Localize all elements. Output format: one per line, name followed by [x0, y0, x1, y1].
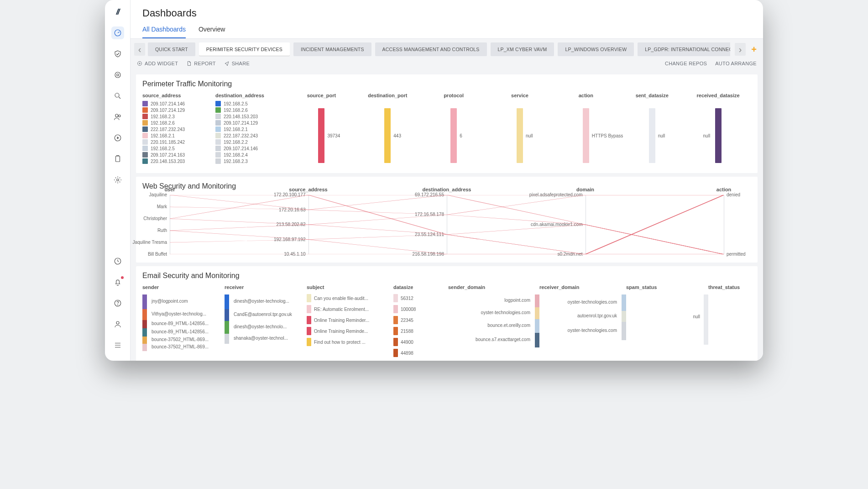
list-item[interactable]: 192.168.2.3 — [215, 158, 258, 164]
list-item[interactable]: 21588 — [393, 326, 448, 336]
list-item[interactable]: Find out how to protect ... — [307, 337, 393, 347]
target-icon[interactable] — [111, 68, 124, 81]
list-item[interactable]: 220.148.153.203 — [142, 158, 185, 164]
users-icon[interactable] — [111, 110, 124, 123]
list-item[interactable]: 209.107.214.163 — [142, 152, 185, 158]
bar-protocol[interactable]: 6 — [450, 108, 457, 163]
list-item[interactable]: 192.168.2.6 — [215, 107, 258, 113]
sender-bar[interactable] — [142, 294, 147, 351]
receiver-bar[interactable] — [225, 294, 229, 344]
bar-source-port[interactable]: 39734 — [318, 108, 324, 163]
list-item[interactable]: 209.107.214.146 — [215, 146, 258, 151]
bar-segment[interactable] — [535, 319, 539, 333]
list-item[interactable]: Can you enable file-audit... — [307, 294, 393, 303]
dash-tab-xmcyber[interactable]: LP_XM CYBER VAVM — [491, 42, 554, 56]
dash-tab-perimeter[interactable]: PERIMITER SECURITY DEVICES — [199, 42, 290, 56]
bar-segment[interactable] — [142, 320, 147, 328]
bar-segment[interactable] — [225, 294, 229, 309]
receiver-domain-bar[interactable] — [622, 294, 626, 340]
bar-segment[interactable] — [622, 311, 626, 322]
scroll-left-icon[interactable]: ‹ — [134, 43, 145, 56]
list-item[interactable]: 220.191.185.242 — [142, 139, 185, 145]
list-item[interactable]: 192.168.2.5 — [215, 101, 258, 106]
list-icon[interactable] — [111, 339, 124, 352]
account-icon[interactable] — [111, 318, 124, 331]
search-icon[interactable] — [111, 89, 124, 102]
auto-arrange-button[interactable]: AUTO ARRANGE — [715, 61, 757, 66]
list-item[interactable]: 22345 — [393, 315, 448, 325]
color-swatch — [142, 114, 148, 119]
bar-segment[interactable] — [535, 307, 539, 319]
bar-label: 6 — [460, 133, 462, 138]
list-item[interactable]: 192.168.2.1 — [215, 126, 258, 132]
list-item[interactable]: Online Training Reminde... — [307, 326, 393, 336]
play-icon[interactable] — [111, 131, 124, 144]
spam-bar[interactable] — [704, 294, 708, 345]
list-item[interactable]: 192.168.2.4 — [215, 152, 258, 158]
clock-icon[interactable] — [111, 255, 124, 268]
bar-segment[interactable] — [142, 309, 147, 320]
tab-overview[interactable]: Overview — [199, 26, 225, 38]
bar-segment[interactable] — [142, 337, 147, 344]
row-label: 220.191.185.242 — [151, 140, 185, 145]
dash-tab-access[interactable]: ACCESS MANAGEMENT AND CONTROLS — [375, 42, 487, 56]
bar-recv[interactable]: null — [715, 108, 722, 163]
dash-tab-quickstart[interactable]: QUICK START — [148, 42, 195, 56]
dashboard-icon[interactable] — [111, 26, 124, 39]
sender-domain-bar[interactable] — [535, 294, 539, 347]
list-item[interactable]: 192.168.2.1 — [142, 133, 185, 138]
help-icon[interactable] — [111, 297, 124, 310]
list-item[interactable]: 44900 — [393, 337, 448, 347]
parallel-chart[interactable]: userJaquilineMarkChristopherRuthJaquilin… — [170, 195, 724, 254]
share-button[interactable]: SHARE — [224, 61, 250, 66]
dash-tab-incident[interactable]: INCIDENT MANAGEMENTS — [293, 42, 371, 56]
list-item[interactable]: 56312 — [393, 294, 448, 303]
svg-point-5 — [118, 115, 120, 117]
bar-segment[interactable] — [225, 334, 229, 344]
report-button[interactable]: REPORT — [186, 61, 215, 66]
list-item[interactable]: 209.107.214.146 — [142, 101, 185, 106]
list-item[interactable]: 192.168.2.5 — [142, 146, 185, 151]
list-item[interactable]: Online Training Reminder... — [307, 315, 393, 325]
bar-segment[interactable] — [225, 309, 229, 321]
bar-action[interactable]: HTTPS Bypass — [583, 108, 589, 163]
bar-segment[interactable] — [142, 294, 147, 309]
bar-segment[interactable] — [535, 333, 539, 347]
bar-service[interactable]: null — [517, 108, 523, 163]
list-item[interactable]: 209.107.214.129 — [142, 107, 185, 113]
bar-segment[interactable] — [622, 322, 626, 340]
content-scroll[interactable]: Perimeter Traffic Monitoring source_addr… — [131, 71, 763, 361]
tab-all-dashboards[interactable]: All Dashboards — [142, 26, 186, 38]
scroll-right-icon[interactable]: › — [735, 43, 746, 56]
dash-tab-gdpr[interactable]: LP_GDPR: INTERNATIONAL CONNECTIONS — [638, 42, 730, 56]
shield-icon[interactable] — [111, 47, 124, 60]
panel-web-security: Web Security and Monitoring userJaquilin… — [136, 177, 758, 263]
gear-icon[interactable] — [111, 174, 124, 186]
bar-sent[interactable]: null — [649, 108, 655, 163]
bar-segment[interactable] — [622, 294, 626, 311]
svg-point-11 — [117, 305, 118, 305]
list-item[interactable]: RE: Automatic Enrolment... — [307, 305, 393, 314]
bar-dest-port[interactable]: 443 — [384, 108, 391, 163]
list-item[interactable]: 192.168.2.3 — [142, 114, 185, 119]
bar-segment[interactable] — [225, 321, 229, 334]
list-item[interactable]: 222.187.232.243 — [142, 126, 185, 132]
add-widget-button[interactable]: ADD WIDGET — [137, 61, 178, 66]
brand-logo[interactable]: // — [111, 5, 124, 18]
col-subject: subject Can you enable file-audit...RE: … — [307, 284, 393, 359]
bar-segment[interactable] — [142, 328, 147, 337]
list-item[interactable]: 192.168.2.6 — [142, 120, 185, 126]
list-item[interactable]: 100008 — [393, 305, 448, 314]
list-item[interactable]: 222.187.232.243 — [215, 133, 258, 138]
add-dashboard-button[interactable]: + — [748, 44, 759, 55]
bar-segment[interactable] — [142, 344, 147, 351]
list-item[interactable]: 44898 — [393, 348, 448, 358]
dash-tab-windows[interactable]: LP_WINDOWS OVERVIEW — [558, 42, 634, 56]
list-item[interactable]: 209.107.214.129 — [215, 120, 258, 126]
list-item[interactable]: 220.148.153.203 — [215, 114, 258, 119]
change-repos-button[interactable]: CHANGE REPOS — [665, 61, 707, 66]
bell-icon[interactable] — [111, 276, 124, 289]
list-item[interactable]: 192.168.2.2 — [215, 139, 258, 145]
bar-segment[interactable] — [535, 294, 539, 307]
clipboard-icon[interactable] — [111, 152, 124, 165]
